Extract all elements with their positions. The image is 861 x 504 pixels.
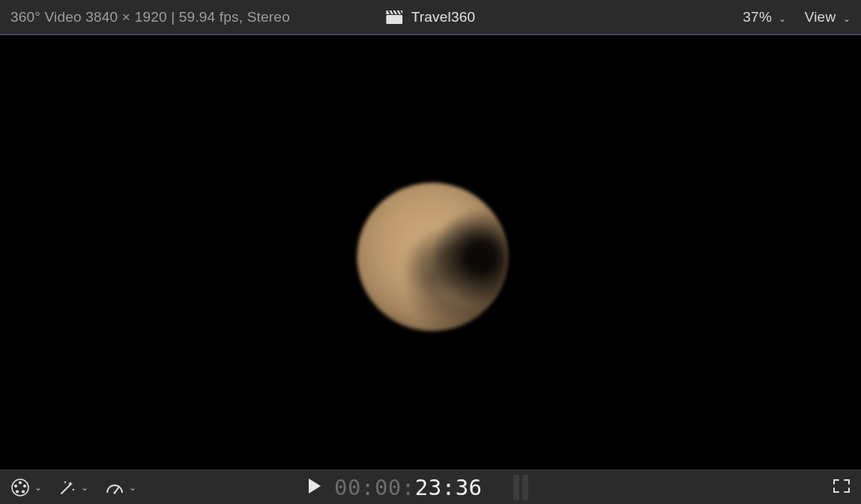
tiny-planet-terminator <box>357 183 507 331</box>
chevron-down-icon: ⌄ <box>34 482 42 493</box>
effects-reel-icon <box>10 478 30 497</box>
view-dropdown[interactable]: View ⌄ <box>805 9 851 25</box>
retime-popup-button[interactable]: ⌄ <box>105 480 136 495</box>
enhance-wand-icon <box>58 479 76 497</box>
audio-meter-right <box>522 475 528 500</box>
play-button[interactable] <box>307 478 322 497</box>
svg-point-6 <box>16 490 19 493</box>
viewer-bottombar: ⌄ ⌄ <box>0 470 861 504</box>
svg-point-7 <box>14 484 17 487</box>
clip-format-info: 360° Video 3840 × 1920 | 59.94 fps, Ster… <box>10 9 290 25</box>
chevron-down-icon: ⌄ <box>129 482 136 493</box>
effects-popup-button[interactable]: ⌄ <box>10 478 42 497</box>
zoom-level-label: 37% <box>743 9 772 25</box>
clapperboard-icon <box>386 10 402 24</box>
retime-gauge-icon <box>105 480 124 495</box>
viewer-panel: 360° Video 3840 × 1920 | 59.94 fps, Ster… <box>0 0 861 504</box>
fullscreen-icon <box>833 479 851 494</box>
audio-meter-left <box>513 475 519 500</box>
viewer-topbar: 360° Video 3840 × 1920 | 59.94 fps, Ster… <box>0 0 861 34</box>
clip-title: Travel360 <box>411 9 476 25</box>
audio-meters[interactable] <box>513 475 528 500</box>
chevron-down-icon: ⌄ <box>779 13 786 24</box>
chevron-down-icon: ⌄ <box>81 482 88 493</box>
svg-point-4 <box>23 484 26 487</box>
chevron-down-icon: ⌄ <box>843 13 851 24</box>
svg-point-3 <box>19 481 22 484</box>
timecode-zero-prefix: 00:00: <box>334 475 415 500</box>
svg-rect-0 <box>386 15 402 24</box>
enhance-popup-button[interactable]: ⌄ <box>58 479 88 497</box>
zoom-dropdown[interactable]: 37% ⌄ <box>743 9 786 25</box>
svg-point-5 <box>22 490 25 493</box>
play-icon <box>307 478 322 494</box>
viewer-canvas[interactable] <box>0 34 861 470</box>
svg-point-9 <box>113 491 115 494</box>
timecode-display[interactable]: 00:00:23:36 <box>334 475 483 500</box>
view-menu-label: View <box>805 9 836 25</box>
timecode-value: 23:36 <box>415 475 483 500</box>
fullscreen-button[interactable] <box>833 479 851 497</box>
